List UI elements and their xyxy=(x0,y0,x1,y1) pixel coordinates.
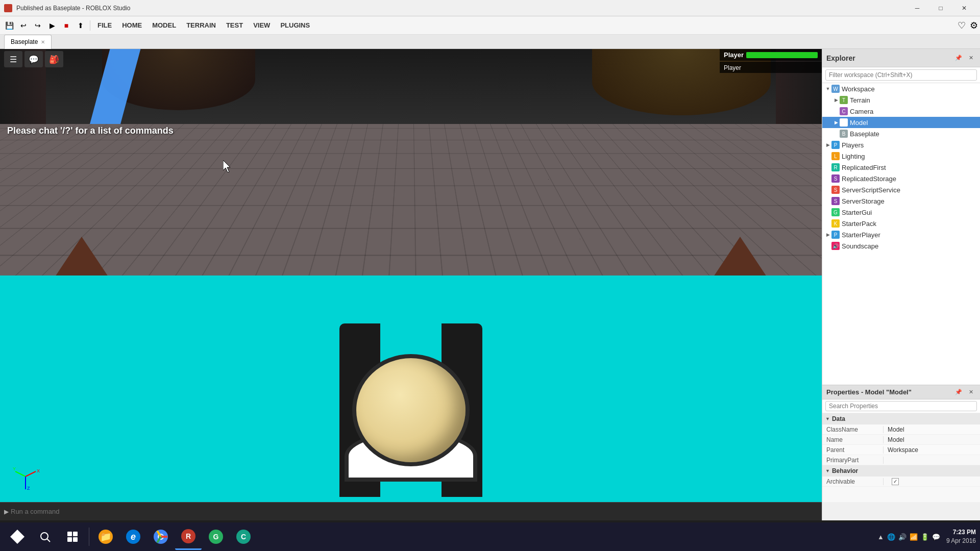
minimize-button[interactable]: ─ xyxy=(905,0,929,16)
publish-btn[interactable]: ⬆ xyxy=(74,18,88,33)
tree-item-soundscape[interactable]: 🔊Soundscape xyxy=(822,240,980,252)
label-camera: Camera xyxy=(850,108,873,115)
action-center-icon[interactable]: 💬 xyxy=(932,533,940,541)
svg-rect-9 xyxy=(67,532,72,536)
tree-item-model[interactable]: ▶MModel xyxy=(822,117,980,128)
menu-view[interactable]: VIEW xyxy=(248,19,275,31)
clock[interactable]: 7:23 PM 9 Apr 2016 xyxy=(946,528,976,545)
tree-item-baseplate[interactable]: BBaseplate xyxy=(822,128,980,139)
chevron-server_storage[interactable] xyxy=(824,197,831,205)
tab-baseplate[interactable]: Baseplate ✕ xyxy=(4,35,52,49)
tree-item-server_storage[interactable]: SServerStorage xyxy=(822,195,980,207)
svg-rect-12 xyxy=(73,537,78,542)
prop-section-data[interactable]: ▼Data xyxy=(822,413,980,424)
chevron-lighting[interactable] xyxy=(824,153,831,160)
taskbar-files[interactable]: 📁 xyxy=(92,523,119,550)
menu-model[interactable]: MODEL xyxy=(147,19,181,31)
close-button[interactable]: ✕ xyxy=(952,0,976,16)
maximize-button[interactable]: □ xyxy=(929,0,952,16)
taskbar-tealapp[interactable]: C xyxy=(230,523,257,550)
viewport[interactable]: Please chat '/?' for a list of commands … xyxy=(0,49,822,502)
chevron-starter_pack[interactable] xyxy=(824,220,831,227)
menu-plugins[interactable]: PLUGINS xyxy=(275,19,315,31)
chevron-starter_player[interactable]: ▶ xyxy=(824,231,831,238)
label-terrain: Terrain xyxy=(850,96,870,104)
section-chevron: ▼ xyxy=(825,468,830,473)
greenapp-icon: G xyxy=(209,530,223,544)
explorer-tree: ▼WWorkspace▶TTerrainCCamera▶MModelBBasep… xyxy=(822,83,980,385)
tree-item-starter_player[interactable]: ▶PStarterPlayer xyxy=(822,229,980,240)
files-icon: 📁 xyxy=(99,530,113,544)
prop-value-parent: Workspace xyxy=(884,446,980,454)
chevron-camera[interactable] xyxy=(832,108,840,115)
chevron-soundscape[interactable] xyxy=(824,242,831,249)
heart-icon[interactable]: ♡ xyxy=(958,20,966,31)
chevron-model[interactable]: ▶ xyxy=(832,119,840,126)
tree-item-starter_pack[interactable]: KStarterPack xyxy=(822,218,980,229)
chevron-replicated_first[interactable] xyxy=(824,164,831,171)
up-arrow-icon[interactable]: ▲ xyxy=(877,533,884,541)
menu-home[interactable]: HOME xyxy=(117,19,147,31)
tree-item-lighting[interactable]: LLighting xyxy=(822,151,980,162)
save-icon-btn[interactable]: 💾 xyxy=(2,18,16,33)
menu-test[interactable]: TEST xyxy=(221,19,248,31)
prop-name-parent: Parent xyxy=(822,446,884,454)
menu-terrain[interactable]: TERRAIN xyxy=(181,19,221,31)
chat-btn[interactable]: 💬 xyxy=(24,51,43,67)
tree-item-server_script[interactable]: SServerScriptService xyxy=(822,184,980,195)
svg-line-0 xyxy=(26,471,36,477)
svg-line-1 xyxy=(15,471,26,477)
tree-item-camera[interactable]: CCamera xyxy=(822,106,980,117)
section-chevron: ▼ xyxy=(825,416,830,421)
chevron-players[interactable]: ▶ xyxy=(824,141,831,148)
explorer-pin-btn[interactable]: 📌 xyxy=(953,53,964,63)
chevron-server_script[interactable] xyxy=(824,186,831,193)
chevron-starter_gui[interactable] xyxy=(824,209,831,216)
prop-pin-btn[interactable]: 📌 xyxy=(953,387,964,397)
tree-item-starter_gui[interactable]: GStarterGui xyxy=(822,207,980,218)
explorer-close-btn[interactable]: ✕ xyxy=(966,53,976,63)
taskbar-roblox[interactable]: R xyxy=(175,523,202,550)
chevron-baseplate[interactable] xyxy=(832,130,840,137)
chrome-icon xyxy=(154,530,168,544)
checkbox-archivable[interactable] xyxy=(892,478,899,485)
command-input[interactable] xyxy=(11,508,818,515)
redo-btn[interactable]: ↪ xyxy=(31,18,45,33)
menu-file[interactable]: FILE xyxy=(92,19,117,31)
play-btn[interactable]: ▶ xyxy=(45,18,59,33)
globe-icon[interactable]: 🌐 xyxy=(887,533,895,541)
tree-item-players[interactable]: ▶PPlayers xyxy=(822,139,980,151)
char-head xyxy=(352,354,470,466)
start-button[interactable] xyxy=(4,523,31,550)
tree-item-terrain[interactable]: ▶TTerrain xyxy=(822,94,980,106)
prop-search-input[interactable] xyxy=(825,401,977,411)
prop-close-btn[interactable]: ✕ xyxy=(966,387,976,397)
tree-item-replicated_first[interactable]: RReplicatedFirst xyxy=(822,162,980,173)
gear-icon[interactable]: ⚙ xyxy=(970,20,978,31)
filter-input[interactable] xyxy=(825,69,977,81)
chevron-replicated_storage[interactable] xyxy=(824,175,831,182)
stop-btn[interactable]: ■ xyxy=(59,18,74,33)
search-button[interactable] xyxy=(32,523,58,550)
taskbar-greenapp[interactable]: G xyxy=(203,523,229,550)
taskbar-ie[interactable]: e xyxy=(120,523,146,550)
taskbar-chrome[interactable] xyxy=(148,523,174,550)
undo-btn[interactable]: ↩ xyxy=(16,18,31,33)
speaker-icon[interactable]: 🔊 xyxy=(898,533,906,541)
explorer-buttons: 📌 ✕ xyxy=(953,53,976,63)
menu-toggle-btn[interactable]: ☰ xyxy=(4,51,22,67)
task-view-button[interactable] xyxy=(59,523,86,550)
chevron-terrain[interactable]: ▶ xyxy=(832,96,840,104)
svg-rect-10 xyxy=(73,532,78,536)
label-soundscape: Soundscape xyxy=(842,242,878,250)
chevron-workspace[interactable]: ▼ xyxy=(824,85,831,92)
tree-item-workspace[interactable]: ▼WWorkspace xyxy=(822,83,980,94)
wifi-icon[interactable]: 📶 xyxy=(910,533,918,541)
icon-players: P xyxy=(831,141,840,149)
prop-section-behavior[interactable]: ▼Behavior xyxy=(822,465,980,477)
battery-icon[interactable]: 🔋 xyxy=(921,533,929,541)
backpack-btn[interactable]: 🎒 xyxy=(45,51,63,67)
tab-close-btn[interactable]: ✕ xyxy=(41,39,45,45)
tree-item-replicated_storage[interactable]: SReplicatedStorage xyxy=(822,173,980,184)
clock-time: 7:23 PM xyxy=(946,528,976,537)
